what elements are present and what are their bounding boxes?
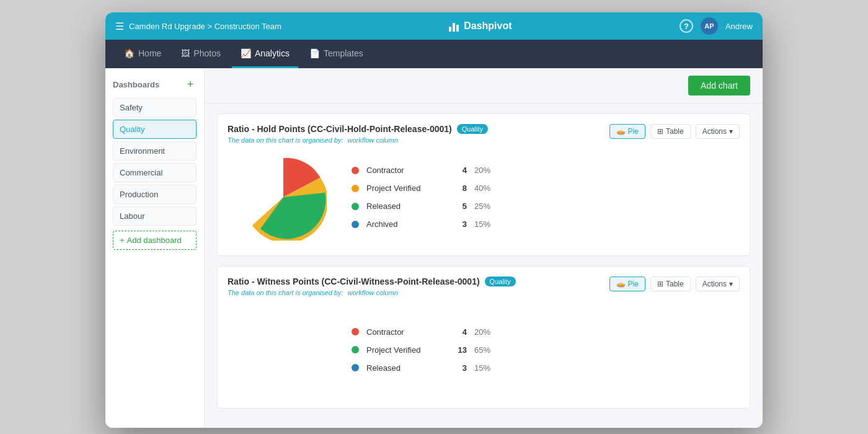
- legend-pct: 25%: [474, 202, 499, 211]
- sidebar-item-labour[interactable]: Labour: [113, 206, 197, 226]
- chart-controls-1: 🥧 Pie ⊞ Table Actions ▾: [609, 124, 740, 139]
- nav-item-analytics[interactable]: 📈 Analytics: [232, 40, 298, 68]
- nav-label-home: Home: [138, 48, 161, 58]
- legend-1: Contractor 4 20% Project Verified 8 40%: [352, 166, 740, 229]
- actions-button-2[interactable]: Actions ▾: [696, 277, 740, 291]
- table-icon-2: ⊞: [657, 280, 663, 288]
- sidebar-header: Dashboards +: [113, 78, 197, 91]
- legend-pct: 15%: [474, 363, 499, 373]
- sidebar-item-safety[interactable]: Safety: [113, 98, 197, 117]
- user-name: Andrew: [725, 22, 753, 31]
- add-dashboard-button[interactable]: + Add dashboard: [113, 231, 197, 250]
- pie-icon-1: 🥧: [616, 127, 626, 136]
- sidebar-item-quality[interactable]: Quality: [113, 120, 197, 139]
- chart-controls-2: 🥧 Pie ⊞ Table Actions ▾: [609, 277, 740, 291]
- templates-icon: 📄: [309, 48, 320, 58]
- sidebar-item-commercial[interactable]: Commercial: [113, 163, 197, 182]
- legend-count: 5: [448, 202, 467, 211]
- legend-row: Contractor 4 20%: [352, 327, 740, 337]
- legend-2: Contractor 4 20% Project Verified 13 65%: [352, 327, 740, 373]
- brand-name: Dashpivot: [464, 20, 512, 32]
- sidebar-item-production[interactable]: Production: [113, 185, 197, 204]
- workflow-column-link-2[interactable]: workflow column: [348, 289, 398, 296]
- nav-label-templates: Templates: [324, 48, 363, 58]
- charts-container: Ratio - Hold Points (CC-Civil-Hold-Point…: [205, 104, 763, 418]
- legend-dot: [352, 185, 359, 192]
- nav-bar: 🏠 Home 🖼 Photos 📈 Analytics 📄 Templates: [105, 40, 763, 68]
- legend-row: Released 3 15%: [352, 363, 740, 373]
- chevron-down-icon-1: ▾: [729, 127, 733, 136]
- legend-count: 13: [448, 345, 467, 355]
- legend-count: 3: [448, 363, 467, 373]
- nav-item-templates[interactable]: 📄 Templates: [301, 40, 372, 68]
- chart-title-area-2: Ratio - Witness Points (CC-Civil-Witness…: [228, 277, 609, 296]
- chevron-down-icon-2: ▾: [729, 280, 733, 288]
- legend-row: Project Verified 13 65%: [352, 345, 740, 355]
- legend-count: 8: [448, 184, 467, 193]
- home-icon: 🏠: [124, 48, 135, 58]
- actions-button-1[interactable]: Actions ▾: [696, 124, 740, 139]
- nav-label-analytics: Analytics: [255, 48, 290, 58]
- legend-label: Contractor: [366, 166, 441, 175]
- chart-title-row-2: Ratio - Witness Points (CC-Civil-Witness…: [228, 277, 609, 286]
- chart-header-1: Ratio - Hold Points (CC-Civil-Hold-Point…: [228, 124, 740, 144]
- avatar: AP: [701, 17, 718, 35]
- legend-count: 4: [448, 166, 467, 175]
- legend-label: Project Verified: [366, 345, 441, 355]
- photos-icon: 🖼: [181, 48, 190, 58]
- chart-title-row-1: Ratio - Hold Points (CC-Civil-Hold-Point…: [228, 124, 609, 134]
- pie-view-button-1[interactable]: 🥧 Pie: [609, 124, 645, 139]
- table-icon-1: ⊞: [657, 127, 663, 136]
- nav-label-photos: Photos: [193, 48, 221, 58]
- top-bar-right: ? AP Andrew: [680, 17, 753, 35]
- breadcrumb: Camden Rd Upgrade > Construction Team: [129, 22, 281, 31]
- legend-label: Released: [366, 363, 441, 373]
- chart-body-1: Contractor 4 20% Project Verified 8 40%: [228, 149, 740, 246]
- pie-view-button-2[interactable]: 🥧 Pie: [609, 277, 645, 291]
- nav-item-home[interactable]: 🏠 Home: [115, 40, 170, 68]
- main-layout: Dashboards + Safety Quality Environment …: [105, 68, 763, 428]
- legend-label: Project Verified: [366, 184, 441, 193]
- legend-dot: [352, 167, 359, 174]
- analytics-icon: 📈: [241, 48, 251, 58]
- legend-dot: [352, 203, 359, 210]
- brand-logo: Dashpivot: [449, 20, 512, 32]
- add-chart-button[interactable]: Add chart: [688, 76, 750, 95]
- legend-dot: [352, 364, 359, 371]
- sidebar: Dashboards + Safety Quality Environment …: [105, 68, 205, 428]
- legend-count: 4: [448, 327, 467, 337]
- chart-header-2: Ratio - Witness Points (CC-Civil-Witness…: [228, 277, 740, 296]
- workflow-column-link-1[interactable]: workflow column: [348, 136, 398, 144]
- help-button[interactable]: ?: [680, 19, 693, 33]
- chart-body-2: Contractor 4 20% Project Verified 13 65%: [228, 301, 740, 398]
- chart-card-1: Ratio - Hold Points (CC-Civil-Hold-Point…: [217, 113, 750, 256]
- legend-pct: 40%: [474, 184, 499, 193]
- content-area: Add chart Ratio - Hold Points (CC-Civil-…: [205, 68, 763, 428]
- legend-label: Released: [366, 202, 441, 211]
- chart-title-2: Ratio - Witness Points (CC-Civil-Witness…: [228, 277, 480, 286]
- legend-row: Archived 3 15%: [352, 219, 740, 229]
- pie-icon-2: 🥧: [616, 280, 626, 288]
- legend-count: 3: [448, 219, 467, 229]
- content-toolbar: Add chart: [205, 68, 763, 104]
- legend-label: Contractor: [366, 327, 441, 337]
- add-dashboard-icon: +: [120, 236, 125, 245]
- chart-title-1: Ratio - Hold Points (CC-Civil-Hold-Point…: [228, 124, 452, 134]
- hamburger-menu[interactable]: ☰: [115, 20, 124, 32]
- sidebar-add-button[interactable]: +: [184, 78, 197, 91]
- chart-title-area-1: Ratio - Hold Points (CC-Civil-Hold-Point…: [228, 124, 609, 144]
- legend-pct: 15%: [474, 219, 499, 229]
- legend-dot: [352, 328, 359, 335]
- legend-pct: 65%: [474, 345, 499, 355]
- pie-chart-2: [240, 306, 327, 393]
- add-dashboard-label: Add dashboard: [127, 236, 182, 245]
- legend-label: Archived: [366, 219, 441, 229]
- legend-row: Project Verified 8 40%: [352, 184, 740, 193]
- nav-item-photos[interactable]: 🖼 Photos: [172, 40, 229, 68]
- top-bar-left: ☰ Camden Rd Upgrade > Construction Team: [115, 20, 281, 32]
- table-view-button-2[interactable]: ⊞ Table: [650, 277, 691, 291]
- chart-card-2: Ratio - Witness Points (CC-Civil-Witness…: [217, 266, 750, 409]
- table-view-button-1[interactable]: ⊞ Table: [650, 124, 691, 139]
- dashboards-label: Dashboards: [113, 80, 159, 89]
- sidebar-item-environment[interactable]: Environment: [113, 141, 197, 161]
